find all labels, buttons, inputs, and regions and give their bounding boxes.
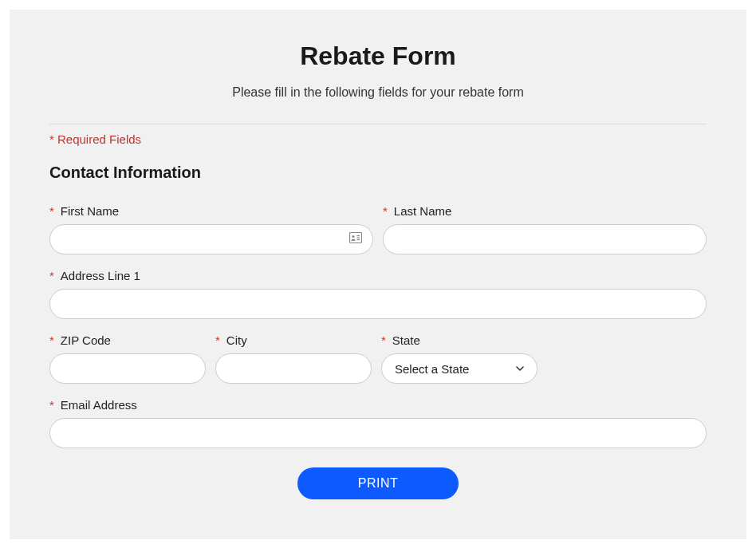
required-marker: * xyxy=(49,204,54,218)
field-city: * City xyxy=(215,333,372,384)
zip-input[interactable] xyxy=(49,353,206,384)
state-select[interactable]: Select a State xyxy=(381,353,537,384)
row-address: * Address Line 1 xyxy=(49,269,707,319)
last-name-input[interactable] xyxy=(383,224,707,254)
required-fields-note: * Required Fields xyxy=(49,132,707,146)
required-marker: * xyxy=(49,333,54,347)
field-first-name: * First Name xyxy=(49,204,373,254)
label-city: City xyxy=(226,333,247,347)
row-zip-city-state: * ZIP Code * City * State Select a State xyxy=(49,333,707,384)
label-email: Email Address xyxy=(61,398,137,412)
page-title: Rebate Form xyxy=(49,41,707,71)
divider xyxy=(49,124,707,124)
address1-input[interactable] xyxy=(49,289,707,319)
first-name-input[interactable] xyxy=(49,224,373,254)
field-address1: * Address Line 1 xyxy=(49,269,707,319)
label-last-name: Last Name xyxy=(394,204,452,218)
field-email: * Email Address xyxy=(49,398,707,448)
page-subtitle: Please fill in the following fields for … xyxy=(49,85,707,100)
label-zip: ZIP Code xyxy=(61,333,111,347)
label-state: State xyxy=(392,333,420,347)
field-last-name: * Last Name xyxy=(383,204,707,254)
chevron-down-icon xyxy=(516,364,524,373)
field-zip: * ZIP Code xyxy=(49,333,206,384)
row-name: * First Name * xyxy=(49,204,707,254)
required-marker: * xyxy=(383,204,388,218)
field-state: * State Select a State xyxy=(381,333,537,384)
required-marker: * xyxy=(381,333,386,347)
city-input[interactable] xyxy=(215,353,372,384)
button-row: PRINT xyxy=(49,467,707,499)
state-select-value: Select a State xyxy=(395,362,469,376)
required-marker: * xyxy=(215,333,220,347)
required-marker: * xyxy=(49,398,54,412)
required-marker: * xyxy=(49,269,54,282)
section-title-contact: Contact Information xyxy=(49,164,707,182)
rebate-form-page: Rebate Form Please fill in the following… xyxy=(10,10,746,539)
row-email: * Email Address xyxy=(49,398,707,448)
label-address1: Address Line 1 xyxy=(61,269,140,282)
email-input[interactable] xyxy=(49,418,707,448)
label-first-name: First Name xyxy=(61,204,119,218)
print-button[interactable]: PRINT xyxy=(297,467,459,499)
